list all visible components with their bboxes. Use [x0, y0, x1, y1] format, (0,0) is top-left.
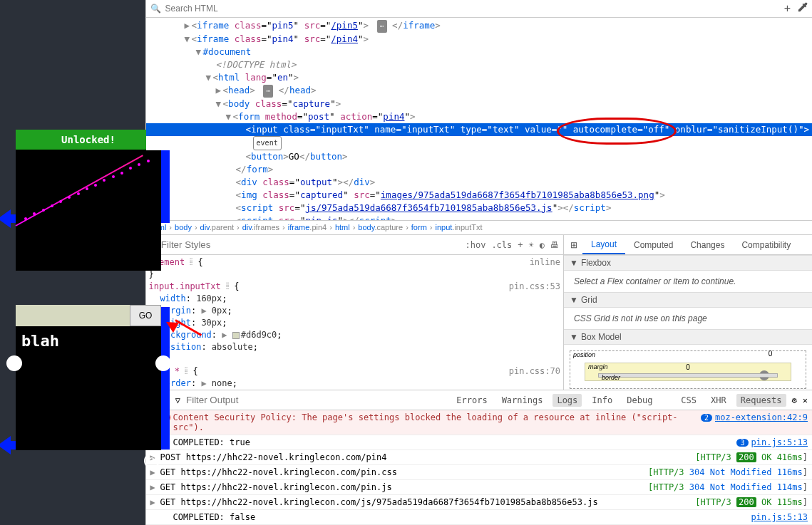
annotation-arrow-icon — [165, 319, 205, 345]
input-card: GO blah — [16, 305, 161, 450]
light-theme-icon[interactable]: ☀ — [529, 240, 534, 250]
console-row: COMPLETED: false pin.js:5:13 — [146, 510, 812, 525]
search-icon: 🔍 — [150, 4, 161, 14]
html-tree[interactable]: ▶<iframe class="pin5" src="/pin5"> ⋯ </i… — [146, 18, 812, 220]
console-row: ! Content Security Policy: The page's se… — [146, 410, 812, 435]
eyedropper-icon[interactable] — [798, 2, 808, 15]
console-row: ▶ GET https://hhc22-novel.kringlecon.com… — [146, 495, 812, 510]
cat-xhr[interactable]: XHR — [706, 394, 731, 407]
print-icon[interactable]: 🖶 — [550, 240, 559, 250]
selected-node[interactable]: <input class="inputTxt" name="inputTxt" … — [146, 123, 812, 136]
tab-layout[interactable]: Layout — [582, 235, 625, 254]
console-row: COMPLETED: true 3pin.js:5:13 — [146, 435, 812, 450]
cat-info[interactable]: Info — [587, 394, 617, 407]
cat-errors[interactable]: Errors — [452, 394, 491, 407]
new-node-button[interactable]: + — [784, 2, 791, 15]
cat-warnings[interactable]: Warnings — [498, 394, 548, 407]
tab-changes[interactable]: Changes — [682, 235, 733, 254]
console-pane: 🗑 | ▽ Errors Warnings Logs Info Debug CS… — [146, 390, 812, 525]
connector-icon — [6, 355, 22, 371]
console-row: ▶ GET https://hhc22-novel.kringlecon.com… — [146, 465, 812, 480]
html-search-bar: 🔍 + — [146, 0, 812, 18]
filter-styles-input[interactable] — [161, 239, 282, 250]
console-output[interactable]: ! Content Security Policy: The page's se… — [146, 410, 812, 525]
layout-pane: ⊞ Layout Computed Changes Compatibility … — [564, 235, 812, 390]
cat-logs[interactable]: Logs — [553, 394, 582, 407]
layout-settings-icon[interactable]: ⊞ — [565, 240, 582, 250]
box-model-diagram: position 0 margin 0 0 border — [564, 345, 812, 390]
cat-debug[interactable]: Debug — [622, 394, 657, 407]
cat-css[interactable]: CSS — [677, 394, 701, 407]
console-row: ▶ POST https://hhc22-novel.kringlecon.co… — [146, 450, 812, 465]
console-row: ▶ GET https://hhc22-novel.kringlecon.com… — [146, 480, 812, 495]
go-button[interactable]: GO — [130, 305, 161, 326]
input-text-field[interactable] — [16, 305, 130, 326]
help-button[interactable]: ? — [144, 453, 160, 469]
event-badge[interactable]: event — [253, 136, 282, 150]
add-rule-button[interactable]: + — [518, 240, 523, 250]
lock-card: Unlocked! — [16, 130, 161, 271]
output-text: blah — [16, 326, 161, 355]
rules-list[interactable]: element ⦙⦙ {inline } input.inputTxt ⦙⦙ {… — [146, 255, 563, 390]
game-preview-pane: Unlocked! GO blah — [0, 0, 145, 525]
devtools-pane: 🔍 + ▶<iframe class="pin5" src="/pin5"> ⋯… — [145, 0, 812, 525]
hov-toggle[interactable]: :hov — [465, 240, 485, 250]
lock-status: Unlocked! — [16, 130, 161, 150]
filter-icon: ▽ — [175, 395, 180, 405]
arrow-left-icon — [0, 209, 11, 228]
filter-output-input[interactable] — [186, 395, 307, 405]
connector-icon — [155, 355, 171, 371]
rules-pane: ▽ :hov .cls + ☀ ◐ 🖶 element ⦙⦙ {inline }… — [146, 235, 564, 390]
console-settings-icon[interactable]: ⚙ — [792, 395, 797, 405]
tab-compat[interactable]: Compatibility — [733, 235, 799, 254]
lock-graphic — [16, 150, 161, 271]
cat-requests[interactable]: Requests — [736, 394, 786, 407]
tab-computed[interactable]: Computed — [625, 235, 682, 254]
close-icon[interactable]: ✕ — [803, 395, 808, 405]
dark-theme-icon[interactable]: ◐ — [540, 240, 545, 250]
breadcrumb[interactable]: html› body› div.parent› div.iframes› ifr… — [146, 220, 812, 235]
html-search-input[interactable] — [165, 4, 780, 14]
arrow-left-icon — [0, 436, 11, 454]
cls-toggle[interactable]: .cls — [491, 240, 512, 250]
